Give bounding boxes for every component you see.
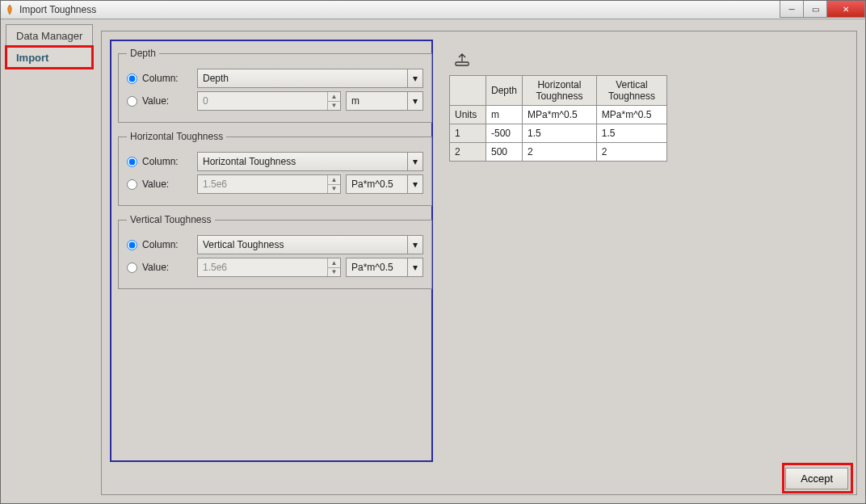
window-title: Import Toughness xyxy=(19,4,96,15)
config-column: Depth Column: Depth ▾ Value: 0 xyxy=(110,40,433,462)
horiz-value-number: 1.5e6 xyxy=(203,178,227,190)
chevron-down-icon: ▾ xyxy=(407,69,422,87)
group-horiz-legend: Horizontal Toughness xyxy=(127,131,226,142)
depth-column-value: Depth xyxy=(203,73,229,84)
units-depth[interactable]: m xyxy=(486,106,523,124)
horiz-value-spinner[interactable]: 1.5e6 ▲ ▼ xyxy=(197,174,341,194)
accept-button-label: Accept xyxy=(801,472,833,485)
row-index: 1 xyxy=(450,124,486,143)
cell-horizontal[interactable]: 2 xyxy=(523,143,597,162)
vert-radio-value[interactable] xyxy=(127,262,137,273)
tab-strip: Data Manager Import xyxy=(6,24,93,68)
horiz-unit-combo[interactable]: Pa*m^0.5 ▾ xyxy=(346,174,423,194)
chevron-down-icon: ▾ xyxy=(407,258,422,276)
units-horizontal[interactable]: MPa*m^0.5 xyxy=(523,106,597,124)
chevron-down-icon: ▾ xyxy=(407,92,422,110)
vert-column-value: Vertical Toughness xyxy=(203,239,284,250)
horiz-radio-value[interactable] xyxy=(127,179,137,190)
minimize-button[interactable]: ─ xyxy=(780,1,804,18)
units-vertical[interactable]: MPa*m^0.5 xyxy=(596,106,666,124)
depth-value-number: 0 xyxy=(203,95,208,107)
stepper-down-icon[interactable]: ▼ xyxy=(327,185,340,194)
horiz-column-value: Horizontal Toughness xyxy=(203,156,296,167)
chevron-down-icon: ▾ xyxy=(407,153,422,170)
horiz-radio-column[interactable] xyxy=(127,157,137,167)
right-column: Depth Horizontal Toughness Vertical Toug… xyxy=(449,40,848,462)
depth-value-spinner[interactable]: 0 ▲ ▼ xyxy=(197,91,341,111)
table-units-row: Units m MPa*m^0.5 MPa*m^0.5 xyxy=(450,106,667,124)
maximize-button[interactable]: ▭ xyxy=(803,1,827,18)
table-corner xyxy=(450,76,486,106)
horiz-column-combo[interactable]: Horizontal Toughness ▾ xyxy=(197,152,423,171)
cell-depth[interactable]: 500 xyxy=(486,143,523,162)
vert-column-combo[interactable]: Vertical Toughness ▾ xyxy=(197,235,423,254)
group-vertical-toughness: Vertical Toughness Column: Vertical Toug… xyxy=(118,214,432,289)
horiz-unit-value: Pa*m^0.5 xyxy=(351,178,393,190)
depth-unit-combo[interactable]: m ▾ xyxy=(346,91,423,111)
stepper-down-icon[interactable]: ▼ xyxy=(327,102,340,111)
cell-depth[interactable]: -500 xyxy=(486,124,523,143)
depth-column-combo[interactable]: Depth ▾ xyxy=(197,69,423,88)
tab-data-manager-label: Data Manager xyxy=(16,30,82,42)
table-row: 1 -500 1.5 1.5 xyxy=(450,124,667,143)
cell-horizontal[interactable]: 1.5 xyxy=(523,124,597,143)
group-depth-legend: Depth xyxy=(127,48,159,59)
vert-value-label: Value: xyxy=(142,262,192,273)
cell-vertical[interactable]: 2 xyxy=(596,143,666,162)
col-header-vertical[interactable]: Vertical Toughness xyxy=(596,76,666,106)
depth-unit-value: m xyxy=(351,95,359,107)
depth-value-label: Value: xyxy=(142,95,192,107)
window-controls: ─ ▭ ✕ xyxy=(780,1,865,17)
tab-import-label: Import xyxy=(16,52,48,64)
group-depth: Depth Column: Depth ▾ Value: 0 xyxy=(118,48,432,123)
stepper-down-icon[interactable]: ▼ xyxy=(327,268,340,277)
tab-data-manager[interactable]: Data Manager xyxy=(6,24,93,47)
stepper-up-icon[interactable]: ▲ xyxy=(327,92,340,102)
horiz-column-label: Column: xyxy=(142,156,192,167)
stepper-up-icon[interactable]: ▲ xyxy=(327,175,340,185)
chevron-down-icon: ▾ xyxy=(407,175,422,193)
vert-radio-column[interactable] xyxy=(127,240,137,250)
svg-rect-0 xyxy=(456,62,469,65)
depth-radio-value[interactable] xyxy=(127,96,137,107)
vert-unit-value: Pa*m^0.5 xyxy=(351,262,393,273)
close-button[interactable]: ✕ xyxy=(826,1,865,18)
group-horizontal-toughness: Horizontal Toughness Column: Horizontal … xyxy=(118,131,432,206)
upload-icon[interactable] xyxy=(454,52,848,67)
col-header-horizontal[interactable]: Horizontal Toughness xyxy=(523,76,597,106)
table-row: 2 500 2 2 xyxy=(450,143,667,162)
window-root: Import Toughness ─ ▭ ✕ Data Manager Impo… xyxy=(0,0,866,504)
col-header-depth[interactable]: Depth xyxy=(486,76,523,106)
group-vert-legend: Vertical Toughness xyxy=(127,214,215,225)
horiz-value-label: Value: xyxy=(142,178,192,190)
tab-import[interactable]: Import xyxy=(6,46,93,69)
vert-unit-combo[interactable]: Pa*m^0.5 ▾ xyxy=(346,258,423,277)
row-index: 2 xyxy=(450,143,486,162)
vert-value-spinner[interactable]: 1.5e6 ▲ ▼ xyxy=(197,258,341,277)
content-panel: Depth Column: Depth ▾ Value: 0 xyxy=(101,31,857,495)
vert-column-label: Column: xyxy=(142,239,192,250)
body-area: Data Manager Import Depth Column: Depth xyxy=(2,19,864,502)
depth-radio-column[interactable] xyxy=(127,74,137,84)
chevron-down-icon: ▾ xyxy=(407,236,422,254)
data-table: Depth Horizontal Toughness Vertical Toug… xyxy=(449,75,667,162)
titlebar: Import Toughness ─ ▭ ✕ xyxy=(1,1,865,19)
cell-vertical[interactable]: 1.5 xyxy=(596,124,666,143)
stepper-up-icon[interactable]: ▲ xyxy=(327,258,340,268)
accept-button[interactable]: Accept xyxy=(785,468,848,489)
app-icon xyxy=(4,4,15,15)
depth-column-label: Column: xyxy=(142,73,192,84)
vert-value-number: 1.5e6 xyxy=(203,262,227,273)
units-row-label: Units xyxy=(450,106,486,124)
